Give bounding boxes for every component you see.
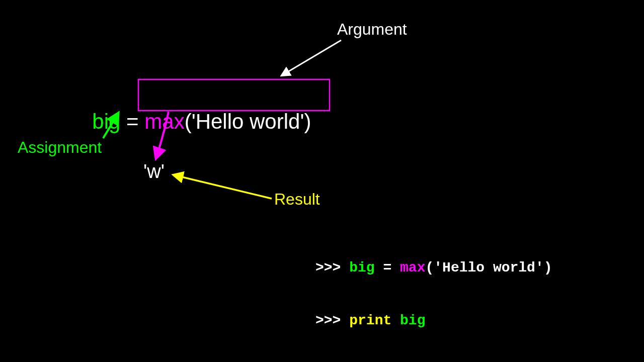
term-l1-var: big <box>349 260 374 276</box>
term-prompt: >>> <box>315 260 349 276</box>
terminal-block: >>> big = max('Hello world') >>> print b… <box>315 224 560 362</box>
term-line-2: >>> print big <box>315 312 560 329</box>
result-arrow <box>174 175 272 199</box>
main-expression: big = max('Hello world') <box>80 85 311 134</box>
argument-arrow <box>282 40 341 75</box>
term-prompt-2: >>> <box>315 313 349 328</box>
argument-label: Argument <box>337 20 407 39</box>
expr-eq: = <box>120 110 144 133</box>
term-l1-func: max <box>400 260 425 276</box>
term-line-1: >>> big = max('Hello world') <box>315 259 560 277</box>
term-l1-eq: = <box>375 260 400 276</box>
term-l2-var: big <box>400 313 425 328</box>
expr-func: max <box>144 110 184 133</box>
expr-var: big <box>92 110 120 133</box>
expr-call: ('Hello world') <box>185 110 311 133</box>
w-value: 'w' <box>143 161 165 183</box>
term-l1-arg: ('Hello world') <box>425 260 552 276</box>
result-label: Result <box>274 190 320 209</box>
term-l2-kw: print <box>349 313 400 328</box>
assignment-label: Assignment <box>18 138 102 157</box>
